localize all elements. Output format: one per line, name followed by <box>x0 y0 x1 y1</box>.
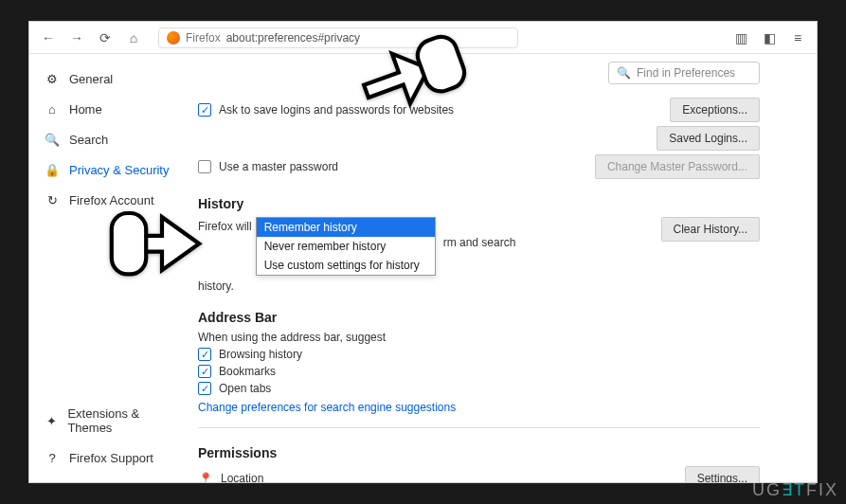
gear-icon: ⚙ <box>45 71 60 86</box>
sidebar-item-home[interactable]: ⌂ Home <box>29 94 190 124</box>
sidebar-item-privacy[interactable]: 🔒 Privacy & Security <box>29 154 190 185</box>
ask-save-logins-label: Ask to save logins and passwords for web… <box>219 103 454 117</box>
home-icon: ⌂ <box>45 101 60 117</box>
history-mode-dropdown[interactable]: Remember history Never remember history … <box>256 217 436 276</box>
sidebar-item-extensions[interactable]: ✦ Extensions & Themes <box>29 399 190 442</box>
firefox-icon <box>167 31 180 45</box>
sidebar-item-label: Firefox Support <box>69 451 153 465</box>
forward-button[interactable]: → <box>65 27 88 49</box>
sidebar-item-label: Privacy & Security <box>69 163 169 177</box>
lock-icon: 🔒 <box>45 162 60 177</box>
sidebar-item-label: Home <box>69 102 102 117</box>
exceptions-button[interactable]: Exceptions... <box>670 98 760 122</box>
url-bar[interactable]: Firefox about:preferences#privacy <box>158 27 518 48</box>
history-prefix: Firefox will <box>198 220 252 233</box>
change-master-password-button: Change Master Password... <box>595 154 760 179</box>
sidebar-toggle-button[interactable]: ◧ <box>758 27 781 49</box>
sidebar-item-label: Extensions & Themes <box>67 406 175 435</box>
master-password-label: Use a master password <box>219 160 338 173</box>
search-icon: 🔍 <box>45 132 60 147</box>
bookmarks-checkbox[interactable]: ✓ <box>198 365 211 378</box>
opentabs-label: Open tabs <box>219 382 271 395</box>
sidebar-item-search[interactable]: 🔍 Search <box>29 124 190 154</box>
search-placeholder: Find in Preferences <box>637 66 735 80</box>
browsing-history-checkbox[interactable]: ✓ <box>198 348 211 361</box>
clear-history-button[interactable]: Clear History... <box>661 217 760 242</box>
addressbar-subtitle: When using the address bar, suggest <box>198 331 798 344</box>
reload-button[interactable]: ⟳ <box>94 27 117 49</box>
dropdown-option-never[interactable]: Never remember history <box>257 237 435 256</box>
opentabs-checkbox[interactable]: ✓ <box>198 382 211 395</box>
puzzle-icon: ✦ <box>45 413 58 428</box>
search-input[interactable]: 🔍 Find in Preferences <box>608 62 760 84</box>
ask-save-logins-checkbox[interactable]: ✓ <box>198 103 211 117</box>
dropdown-option-custom[interactable]: Use custom settings for history <box>257 256 435 275</box>
back-button[interactable]: ← <box>37 27 60 49</box>
sidebar-item-label: Firefox Account <box>69 193 154 207</box>
library-button[interactable]: ▥ <box>729 27 752 49</box>
history-heading: History <box>198 196 798 211</box>
search-suggestions-link[interactable]: Change preferences for search engine sug… <box>198 401 798 414</box>
location-icon: 📍 <box>198 472 213 483</box>
sidebar-item-support[interactable]: ? Firefox Support <box>29 442 190 473</box>
location-label: Location <box>221 472 263 482</box>
search-icon: 🔍 <box>617 66 631 80</box>
sidebar-item-account[interactable]: ↻ Firefox Account <box>29 185 190 215</box>
history-tail: rm and search <box>443 236 516 249</box>
url-label: Firefox <box>186 31 221 45</box>
browsing-history-label: Browsing history <box>219 348 302 361</box>
bookmarks-label: Bookmarks <box>219 365 276 378</box>
home-button[interactable]: ⌂ <box>122 27 145 49</box>
sidebar-item-label: General <box>69 72 113 86</box>
watermark: UG∃TFIX <box>752 479 838 500</box>
location-settings-button[interactable]: Settings... <box>685 466 760 482</box>
preferences-sidebar: ⚙ General ⌂ Home 🔍 Search 🔒 Privacy & Se… <box>29 54 190 482</box>
url-text: about:preferences#privacy <box>226 31 360 45</box>
browser-toolbar: ← → ⟳ ⌂ Firefox about:preferences#privac… <box>29 22 817 54</box>
dropdown-option-remember[interactable]: Remember history <box>257 218 435 237</box>
saved-logins-button[interactable]: Saved Logins... <box>657 126 760 151</box>
history-tail2: history. <box>198 279 798 293</box>
master-password-checkbox[interactable] <box>198 160 211 173</box>
help-icon: ? <box>45 450 60 465</box>
addressbar-heading: Address Bar <box>198 310 798 325</box>
sidebar-item-general[interactable]: ⚙ General <box>29 63 190 94</box>
sidebar-item-label: Search <box>69 133 108 147</box>
preferences-content: 🔍 Find in Preferences ✓ Ask to save logi… <box>190 54 817 482</box>
menu-button[interactable]: ≡ <box>786 27 809 49</box>
permissions-heading: Permissions <box>198 445 798 460</box>
sync-icon: ↻ <box>45 192 60 207</box>
